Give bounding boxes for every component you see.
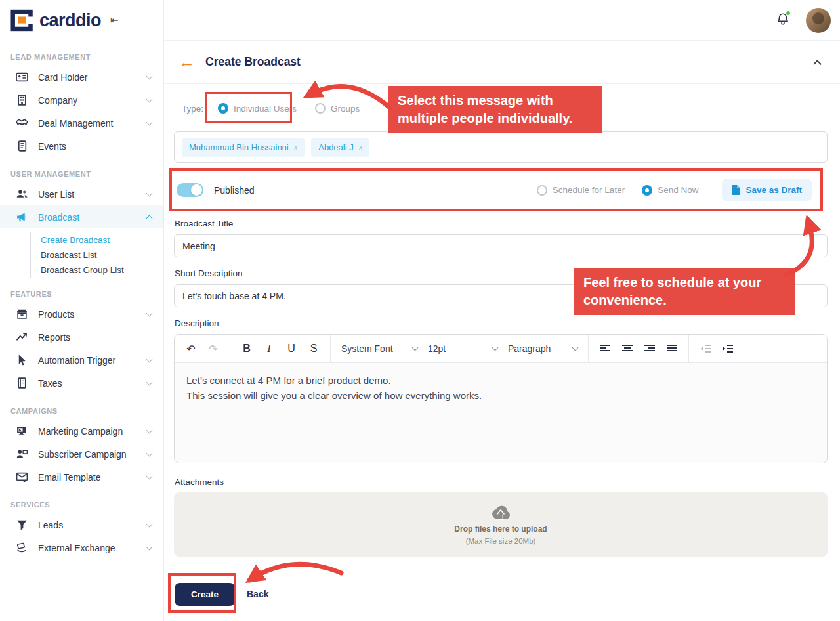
sidebar-item-label: Taxes: [38, 378, 62, 389]
chevron-down-icon: [146, 356, 153, 362]
section-lead-management: LEAD MANAGEMENT: [10, 53, 153, 61]
chart-line-icon: [16, 331, 28, 343]
radio-schedule-later[interactable]: [537, 185, 547, 196]
sidebar-item-reports[interactable]: Reports: [0, 326, 163, 349]
align-left-icon[interactable]: [595, 339, 615, 358]
publish-row: Published Schedule for Later Send Now Sa…: [169, 169, 822, 211]
sidebar-item-company[interactable]: Company: [0, 89, 163, 112]
back-button[interactable]: Back: [247, 589, 268, 599]
type-option-groups[interactable]: Groups: [315, 103, 360, 114]
sidebar-item-subscriber-campaign[interactable]: Subscriber Campaign: [0, 442, 163, 465]
broadcast-title-input[interactable]: [174, 234, 828, 257]
create-button[interactable]: Create: [175, 583, 235, 606]
align-justify-icon[interactable]: [662, 339, 682, 358]
sidebar-item-leads[interactable]: Leads: [0, 513, 163, 536]
save-as-draft-label: Save as Draft: [746, 185, 802, 195]
section-campaigns: CAMPAIGNS: [10, 407, 153, 415]
align-right-icon[interactable]: [640, 339, 660, 358]
remove-recipient-icon[interactable]: x: [294, 143, 298, 151]
sidebar-item-events[interactable]: Events: [0, 135, 163, 158]
section-features: FEATURES: [10, 290, 153, 298]
radio-groups[interactable]: [315, 103, 326, 114]
submenu-item-broadcast-group-list[interactable]: Broadcast Group List: [41, 263, 163, 278]
file-dropzone[interactable]: Drop files here to upload (Max File size…: [174, 492, 828, 557]
topbar: [164, 0, 840, 41]
submenu-item-create-broadcast[interactable]: Create Broadcast: [41, 232, 163, 247]
page-header: ← Create Broadcast: [164, 41, 840, 84]
redo-icon[interactable]: ↷: [203, 339, 223, 358]
products-box-icon: [16, 308, 28, 320]
description-label: Description: [175, 318, 219, 328]
sidebar-item-external-exchange[interactable]: External Exchange: [0, 536, 163, 559]
bold-button[interactable]: B: [237, 339, 257, 358]
sidebar: carddio ⇤ LEAD MANAGEMENT Card Holder Co…: [0, 0, 164, 621]
sidebar-item-products[interactable]: Products: [0, 303, 163, 326]
sidebar-item-user-list[interactable]: User List: [0, 182, 163, 205]
published-toggle[interactable]: [177, 183, 203, 197]
sidebar-item-label: Products: [38, 309, 74, 320]
subscriber-icon: [16, 448, 28, 460]
sidebar-item-automation-trigger[interactable]: Automation Trigger: [0, 349, 163, 372]
option-schedule-later[interactable]: Schedule for Later: [537, 185, 625, 196]
sidebar-item-card-holder[interactable]: Card Holder: [0, 66, 163, 89]
short-description-input[interactable]: [174, 284, 828, 307]
radio-label: Individual Users: [234, 104, 297, 114]
building-icon: [16, 94, 28, 106]
paragraph-format-value: Paragraph: [508, 343, 551, 354]
submenu-item-broadcast-list[interactable]: Broadcast List: [41, 247, 163, 263]
italic-button[interactable]: I: [259, 339, 279, 358]
dropzone-text: Drop files here to upload: [454, 525, 547, 534]
font-family-value: System Font: [341, 343, 393, 354]
outdent-icon[interactable]: [696, 339, 715, 358]
radio-send-now[interactable]: [642, 185, 652, 196]
sidebar-item-label: Leads: [38, 520, 63, 530]
undo-icon[interactable]: ↶: [181, 339, 201, 358]
align-center-icon[interactable]: [618, 339, 637, 358]
underline-button[interactable]: U: [282, 339, 301, 358]
editor-toolbar: ↶ ↷ B I U S System Font 12pt Paragr: [175, 335, 827, 363]
marketing-monitor-icon: [16, 425, 28, 437]
chevron-down-icon: [146, 96, 153, 102]
font-family-select[interactable]: System Font: [337, 343, 421, 354]
strikethrough-button[interactable]: S: [304, 339, 324, 358]
logo-text: carddio: [39, 11, 101, 31]
description-content[interactable]: Let’s connect at 4 PM for a brief produc…: [175, 363, 827, 413]
type-row: Type: Individual Users Groups: [182, 93, 360, 123]
recipient-chip: Muhammad Bin Hussainni x: [182, 138, 304, 157]
attachments-label: Attachments: [175, 477, 224, 487]
logo[interactable]: carddio ⇤: [0, 0, 163, 41]
sidebar-item-broadcast[interactable]: Broadcast: [0, 205, 163, 228]
main-area: ← Create Broadcast Type: Individual User…: [164, 0, 840, 621]
notification-bell-icon[interactable]: [776, 12, 790, 29]
sidebar-item-marketing-campaign[interactable]: Marketing Campaign: [0, 419, 163, 442]
type-option-individual[interactable]: Individual Users: [218, 103, 297, 114]
sidebar-item-label: Email Template: [38, 472, 100, 482]
notification-dot: [786, 11, 791, 16]
format-group: B I U S: [230, 335, 331, 362]
sidebar-item-deal-management[interactable]: Deal Management: [0, 112, 163, 135]
indent-icon[interactable]: [718, 339, 738, 358]
recipients-input[interactable]: Muhammad Bin Hussainni x Abdeali J x: [174, 131, 828, 163]
sidebar-collapse-icon[interactable]: ⇤: [110, 14, 119, 26]
paragraph-format-select[interactable]: Paragraph: [504, 343, 581, 354]
user-avatar[interactable]: [806, 8, 831, 33]
font-size-select[interactable]: 12pt: [424, 343, 501, 354]
back-arrow-icon[interactable]: ←: [178, 54, 195, 70]
chevron-down-icon: [146, 473, 153, 479]
option-send-now[interactable]: Send Now: [642, 185, 698, 196]
document-icon: [732, 185, 740, 195]
indent-group: [689, 335, 744, 362]
collapse-panel-icon[interactable]: [813, 60, 822, 68]
radio-individual-users[interactable]: [218, 103, 228, 114]
carddio-logo-icon: [10, 9, 35, 32]
chevron-down-icon: [146, 450, 153, 456]
radio-label: Groups: [331, 104, 360, 114]
section-services: SERVICES: [10, 501, 153, 509]
remove-recipient-icon[interactable]: x: [359, 143, 363, 151]
chevron-down-icon: [146, 544, 153, 550]
chevron-down-icon: [146, 310, 153, 316]
sidebar-item-email-template[interactable]: Email Template: [0, 465, 163, 488]
handshake-icon: [16, 117, 28, 129]
sidebar-item-taxes[interactable]: Taxes: [0, 372, 163, 395]
save-as-draft-button[interactable]: Save as Draft: [722, 179, 812, 201]
